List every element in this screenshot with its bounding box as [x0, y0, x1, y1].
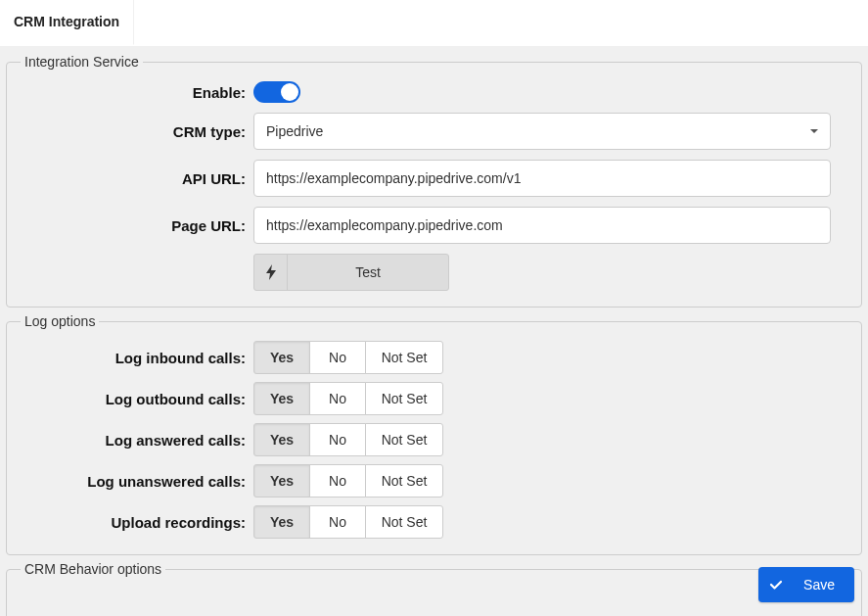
log-row: Log outbound calls:YesNoNot Set: [19, 382, 849, 415]
log-row: Log unanswered calls:YesNoNot Set: [19, 464, 849, 498]
tab-crm-integration[interactable]: CRM Integration: [0, 0, 134, 45]
crm-type-label: CRM type:: [19, 123, 253, 140]
enable-label: Enable:: [19, 84, 253, 101]
log-options-legend: Log options: [21, 313, 99, 329]
log-choice-group: YesNoNot Set: [253, 505, 443, 539]
integration-service-legend: Integration Service: [21, 54, 143, 70]
enable-toggle[interactable]: [253, 81, 300, 103]
log-choice-notSet[interactable]: Not Set: [365, 464, 443, 498]
page-url-input[interactable]: [253, 207, 831, 244]
check-icon: [758, 567, 794, 602]
log-choice-notSet[interactable]: Not Set: [365, 423, 443, 456]
save-button[interactable]: Save: [758, 567, 854, 602]
log-choice-notSet[interactable]: Not Set: [365, 341, 443, 374]
log-row-label: Log outbound calls:: [19, 391, 253, 407]
crm-type-value: Pipedrive: [266, 123, 810, 139]
log-choice-yes[interactable]: Yes: [253, 505, 310, 539]
integration-service-fieldset: Integration Service Enable: CRM type: Pi…: [6, 54, 862, 308]
log-choice-notSet[interactable]: Not Set: [365, 382, 443, 415]
log-row-label: Log inbound calls:: [19, 350, 253, 366]
log-row-label: Log answered calls:: [19, 432, 253, 449]
log-choice-no[interactable]: No: [309, 382, 366, 415]
log-row-label: Log unanswered calls:: [19, 473, 253, 490]
log-choice-group: YesNoNot Set: [253, 341, 443, 374]
crm-type-select[interactable]: Pipedrive: [253, 113, 831, 150]
page-url-label: Page URL:: [19, 217, 253, 234]
log-choice-yes[interactable]: Yes: [253, 423, 310, 456]
log-choice-no[interactable]: No: [309, 423, 366, 456]
log-choice-group: YesNoNot Set: [253, 382, 443, 415]
log-row: Upload recordings:YesNoNot Set: [19, 505, 849, 539]
crm-type-row: CRM type: Pipedrive: [19, 113, 849, 150]
log-choice-yes[interactable]: Yes: [253, 341, 310, 374]
crm-behavior-legend: CRM Behavior options: [21, 561, 165, 577]
save-bar: Save: [758, 567, 854, 602]
api-url-label: API URL:: [19, 170, 253, 187]
log-choice-no[interactable]: No: [309, 341, 366, 374]
chevron-down-icon: [810, 129, 818, 133]
log-choice-yes[interactable]: Yes: [253, 464, 310, 498]
api-url-row: API URL:: [19, 160, 849, 197]
log-options-fieldset: Log options Log inbound calls:YesNoNot S…: [6, 313, 862, 555]
log-choice-notSet[interactable]: Not Set: [365, 505, 443, 539]
log-row: Log inbound calls:YesNoNot Set: [19, 341, 849, 374]
log-choice-no[interactable]: No: [309, 505, 366, 539]
log-choice-yes[interactable]: Yes: [253, 382, 310, 415]
bolt-icon: [254, 255, 288, 290]
tab-strip: CRM Integration: [0, 0, 868, 46]
toggle-knob: [281, 83, 298, 101]
log-row: Log answered calls:YesNoNot Set: [19, 423, 849, 456]
test-button[interactable]: Test: [253, 254, 449, 291]
content-area: Integration Service Enable: CRM type: Pi…: [0, 46, 868, 616]
enable-row: Enable:: [19, 81, 849, 103]
log-choice-group: YesNoNot Set: [253, 423, 443, 456]
log-choice-no[interactable]: No: [309, 464, 366, 498]
crm-behavior-fieldset: CRM Behavior options: [6, 561, 862, 616]
test-button-label: Test: [288, 255, 448, 290]
page-url-row: Page URL:: [19, 207, 849, 244]
log-row-label: Upload recordings:: [19, 514, 253, 531]
save-button-label: Save: [794, 567, 854, 602]
api-url-input[interactable]: [253, 160, 831, 197]
test-row: Test: [19, 254, 849, 291]
log-choice-group: YesNoNot Set: [253, 464, 443, 498]
